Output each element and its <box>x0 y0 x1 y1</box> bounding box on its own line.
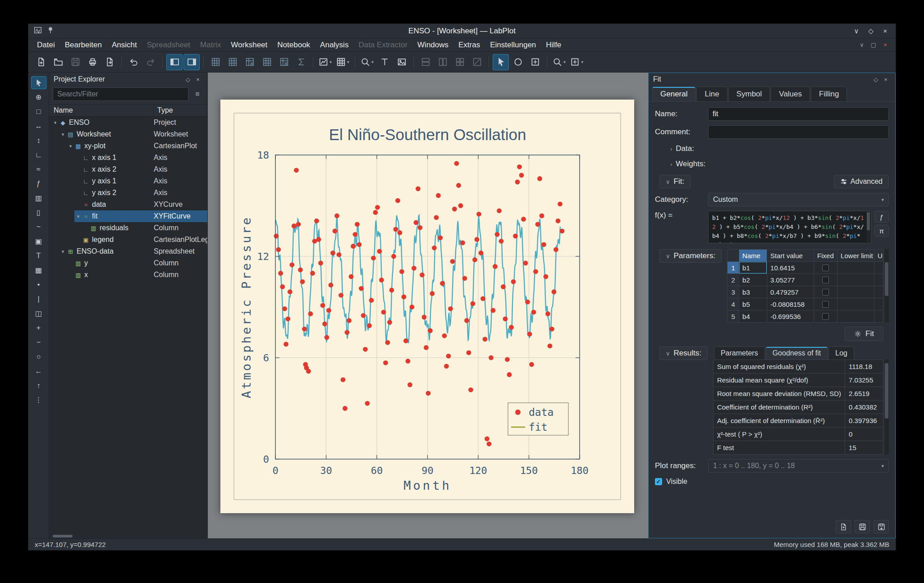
open-project-button[interactable] <box>50 54 66 70</box>
formula-editor[interactable]: b1 + b2*cos( 2*pi*x/12 ) + b3*sin( 2*pi*… <box>708 211 871 243</box>
tree-item-enso[interactable]: ▾◆ENSOProject <box>49 117 207 128</box>
more-tools-button[interactable]: ⋮ <box>31 393 46 406</box>
toggle-properties-explorer-button[interactable] <box>183 54 200 70</box>
param-upper-limit-cell[interactable] <box>874 298 883 310</box>
add-custom-point-button[interactable]: • <box>31 278 46 291</box>
data-section-header[interactable]: › Data: <box>670 144 889 153</box>
zoom-fit-button[interactable] <box>527 54 543 70</box>
shift-left-x-button[interactable]: ← <box>31 364 46 378</box>
zoom-mode-button[interactable]: ▾ <box>359 54 375 70</box>
results-tab-parameters[interactable]: Parameters <box>714 346 765 360</box>
tab-values[interactable]: Values <box>771 87 810 101</box>
tab-line[interactable]: Line <box>696 87 727 101</box>
zoom-in-button[interactable]: + <box>31 321 46 334</box>
param-lower-limit-cell[interactable] <box>837 262 874 274</box>
worksheet-canvas[interactable]: 0306090120150180061218El Niño-Southern O… <box>220 100 634 513</box>
mdi-minimize-button[interactable]: ∨ <box>857 41 867 50</box>
save-template-button[interactable] <box>855 520 870 533</box>
parameters-scrollbar[interactable] <box>884 249 889 323</box>
results-tab-goodness-of-fit[interactable]: Goodness of fit <box>766 346 828 360</box>
menu-ansicht[interactable]: Ansicht <box>107 39 142 51</box>
param-name-cell[interactable]: b4 <box>739 310 767 323</box>
param-start-value-cell[interactable]: 10.6415 <box>767 262 814 274</box>
crosshair-mode-button[interactable] <box>510 54 526 70</box>
tree-item-worksheet[interactable]: ▾▤WorksheetWorksheet <box>49 128 207 140</box>
param-upper-limit-cell[interactable] <box>874 262 883 274</box>
pin-icon[interactable] <box>46 26 55 36</box>
add-reference-line-button[interactable]: | <box>31 292 46 305</box>
tree-item-y-axis-2[interactable]: ∟y axis 2Axis <box>49 187 207 199</box>
advanced-button[interactable]: Advanced <box>834 175 889 188</box>
param-row-b5[interactable]: 4b5-0.0808158 <box>727 298 883 310</box>
insert-constant-button[interactable]: π <box>874 225 889 237</box>
add-equation-curve-button[interactable]: ƒ <box>31 177 46 190</box>
menu-extras[interactable]: Extras <box>453 39 485 51</box>
menu-windows[interactable]: Windows <box>412 39 453 51</box>
param-col-fixed[interactable]: Fixed <box>814 250 837 262</box>
insert-function-button[interactable]: ƒ <box>874 211 889 223</box>
param-start-value-cell[interactable]: -0.699536 <box>767 310 814 323</box>
results-section-header[interactable]: ∨ Results: <box>659 346 708 360</box>
add-fit-curve-button[interactable]: ~ <box>31 220 46 233</box>
param-name-cell[interactable]: b2 <box>739 274 767 286</box>
print-button[interactable] <box>84 54 101 70</box>
param-lower-limit-cell[interactable] <box>837 286 874 298</box>
float-dock-icon[interactable]: ◇ <box>871 76 881 83</box>
param-name-cell[interactable]: b1 <box>739 262 767 274</box>
mdi-close-button[interactable]: × <box>880 41 890 50</box>
param-row-b1[interactable]: 1b110.6415 <box>727 262 883 274</box>
parameters-section-header[interactable]: ∨ Parameters: <box>659 249 722 263</box>
zoom-in-out-button[interactable]: ▾ <box>551 54 567 70</box>
shift-up-y-button[interactable]: ↑ <box>31 379 46 392</box>
add-boxplot-button[interactable]: ▯ <box>31 206 46 219</box>
horizontal-scrollbar[interactable] <box>49 534 207 538</box>
insert-row-above-button[interactable] <box>207 54 224 70</box>
add-histogram-button[interactable]: ▥ <box>31 191 46 205</box>
param-name-cell[interactable]: b3 <box>739 286 767 298</box>
titlebar[interactable]: ENSO - [Worksheet] — LabPlot ∨◇× <box>28 24 896 38</box>
plot-legend[interactable]: datafit <box>508 403 568 435</box>
comment-field[interactable] <box>708 125 889 139</box>
new-worksheet-button[interactable]: ▾ <box>317 54 334 70</box>
param-lower-limit-cell[interactable] <box>837 274 874 286</box>
print-preview-button[interactable] <box>101 54 118 70</box>
undo-button[interactable] <box>125 54 142 70</box>
results-tab-log[interactable]: Log <box>828 346 854 360</box>
column-statistics-button[interactable] <box>293 54 309 70</box>
add-legend-button[interactable]: ▣ <box>31 235 46 248</box>
remove-columns-button[interactable] <box>276 54 292 70</box>
tree-item-xy-plot[interactable]: ▾▦xy-plotCartesianPlot <box>49 140 207 152</box>
menu-einstellungen[interactable]: Einstellungen <box>485 39 541 51</box>
close-dock-icon[interactable]: × <box>881 76 891 83</box>
new-spreadsheet-button[interactable]: ▾ <box>334 54 351 70</box>
param-row-b2[interactable]: 2b23.05277 <box>727 274 883 286</box>
add-text-label-button[interactable] <box>376 54 393 70</box>
expander-icon[interactable]: ▾ <box>59 249 66 255</box>
save-template-as-button[interactable] <box>874 520 889 533</box>
add-image-button[interactable]: ▦ <box>31 264 46 277</box>
tree-item-data[interactable]: ≈dataXYCurve <box>49 199 207 210</box>
param-lower-limit-cell[interactable] <box>837 298 874 310</box>
expander-icon[interactable]: ▾ <box>59 132 66 137</box>
tree-item-y[interactable]: ▥yColumn <box>49 257 207 269</box>
param-upper-limit-cell[interactable] <box>874 310 883 323</box>
tab-general[interactable]: General <box>652 87 695 101</box>
menu-worksheet[interactable]: Worksheet <box>226 39 272 51</box>
float-panel-icon[interactable]: ◇ <box>183 76 193 83</box>
param-upper-limit-cell[interactable] <box>874 274 883 286</box>
column-header-name[interactable]: Name <box>49 105 154 116</box>
load-template-button[interactable] <box>836 520 851 533</box>
tree-item-x[interactable]: ▥xColumn <box>49 269 207 281</box>
category-combobox[interactable]: Custom ▾ <box>708 193 889 206</box>
fixed-checkbox[interactable] <box>822 264 829 271</box>
param-row-b4[interactable]: 5b4-0.699536 <box>727 310 883 323</box>
filter-options-icon[interactable]: ≡ <box>191 88 204 100</box>
menu-hilfe[interactable]: Hilfe <box>541 39 566 51</box>
crosshair-mode-button[interactable]: ⊕ <box>31 91 46 104</box>
menu-datei[interactable]: Datei <box>32 39 60 51</box>
visible-checkbox[interactable]: ✓ <box>655 478 662 485</box>
remove-rows-button[interactable] <box>242 54 258 70</box>
menu-notebook[interactable]: Notebook <box>272 39 315 51</box>
column-header-type[interactable]: Type <box>154 105 207 116</box>
tab-symbol[interactable]: Symbol <box>728 87 770 101</box>
